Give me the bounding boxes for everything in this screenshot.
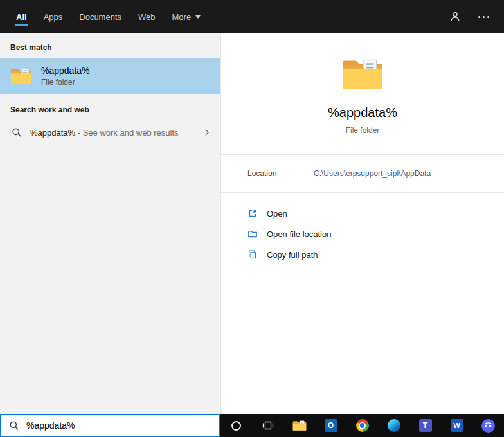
web-search-suffix: - See work and web results (75, 128, 178, 138)
search-icon (9, 420, 19, 431)
best-match-text: %appdata% File folder (41, 66, 90, 87)
action-open-file-location-label: Open file location (267, 229, 331, 239)
discord-icon (482, 419, 495, 433)
taskbar-word[interactable]: W (441, 414, 473, 437)
taskbar: O T W (221, 414, 504, 437)
teams-icon: T (419, 419, 432, 432)
more-options-icon[interactable] (477, 10, 490, 23)
preview-title: %appdata% (221, 105, 504, 120)
chrome-icon (356, 419, 369, 432)
header-actions (449, 10, 490, 23)
tab-more[interactable]: More (164, 0, 210, 33)
result-subtitle: File folder (41, 78, 90, 87)
taskbar-task-view[interactable] (252, 414, 284, 437)
best-match-result[interactable]: %appdata% File folder (0, 58, 221, 94)
web-search-query: %appdata% (30, 128, 75, 138)
tab-apps[interactable]: Apps (35, 0, 71, 33)
tab-all[interactable]: All (8, 0, 35, 33)
taskbar-teams[interactable]: T (410, 414, 441, 437)
taskbar-chrome[interactable] (346, 414, 378, 437)
account-icon[interactable] (449, 10, 462, 23)
section-title-search-web: Search work and web (0, 94, 221, 120)
action-open[interactable]: Open (221, 203, 504, 224)
location-label: Location (248, 169, 314, 178)
preview-panel: %appdata% File folder Location C:\Users\… (221, 33, 504, 414)
taskbar-discord[interactable] (473, 414, 504, 437)
location-row: Location C:\Users\erpsupport_sipl\AppDat… (221, 155, 504, 192)
folder-icon (341, 57, 384, 91)
taskbar-outlook[interactable]: O (315, 414, 346, 437)
location-link[interactable]: C:\Users\erpsupport_sipl\AppData (314, 169, 431, 178)
action-open-label: Open (267, 209, 287, 219)
preview-header: %appdata% File folder (221, 33, 504, 135)
taskbar-cortana[interactable] (221, 414, 252, 437)
search-icon (12, 127, 22, 138)
copy-icon (248, 249, 258, 260)
search-box[interactable] (0, 414, 221, 437)
tab-documents[interactable]: Documents (71, 0, 130, 33)
action-copy-full-path-label: Copy full path (267, 250, 318, 260)
preview-subtitle: File folder (221, 126, 504, 135)
taskbar-edge[interactable] (378, 414, 410, 437)
section-title-best-match: Best match (0, 33, 221, 58)
action-copy-full-path[interactable]: Copy full path (221, 244, 504, 265)
tab-more-label: More (172, 12, 192, 22)
results-panel: Best match %appdata% File folder Search … (0, 33, 221, 414)
chevron-right-icon (203, 128, 212, 137)
taskbar-file-explorer[interactable] (284, 414, 315, 437)
tab-apps-label: Apps (44, 12, 63, 22)
filter-tabs: All Apps Documents Web More (8, 0, 209, 33)
search-input[interactable] (26, 420, 213, 431)
context-actions: Open Open file location Copy full path (221, 193, 504, 265)
chevron-down-icon (195, 15, 201, 19)
result-title: %appdata% (41, 66, 90, 76)
folder-icon (10, 67, 32, 85)
edge-icon (388, 419, 401, 432)
tab-documents-label: Documents (79, 12, 122, 22)
task-view-icon (262, 419, 274, 432)
windows-search-screen: All Apps Documents Web More (0, 0, 504, 437)
web-search-result[interactable]: %appdata% - See work and web results (0, 120, 221, 145)
tab-web-label: Web (138, 12, 156, 22)
open-icon (248, 208, 258, 219)
outlook-icon: O (325, 419, 338, 432)
action-open-file-location[interactable]: Open file location (221, 224, 504, 244)
tab-all-label: All (16, 12, 27, 22)
tab-web[interactable]: Web (130, 0, 164, 33)
file-explorer-icon (292, 420, 307, 431)
open-file-location-icon (248, 229, 258, 239)
word-icon: W (451, 419, 464, 432)
web-search-text: %appdata% - See work and web results (30, 128, 179, 138)
search-header: All Apps Documents Web More (0, 0, 504, 33)
cortana-icon (231, 421, 241, 431)
